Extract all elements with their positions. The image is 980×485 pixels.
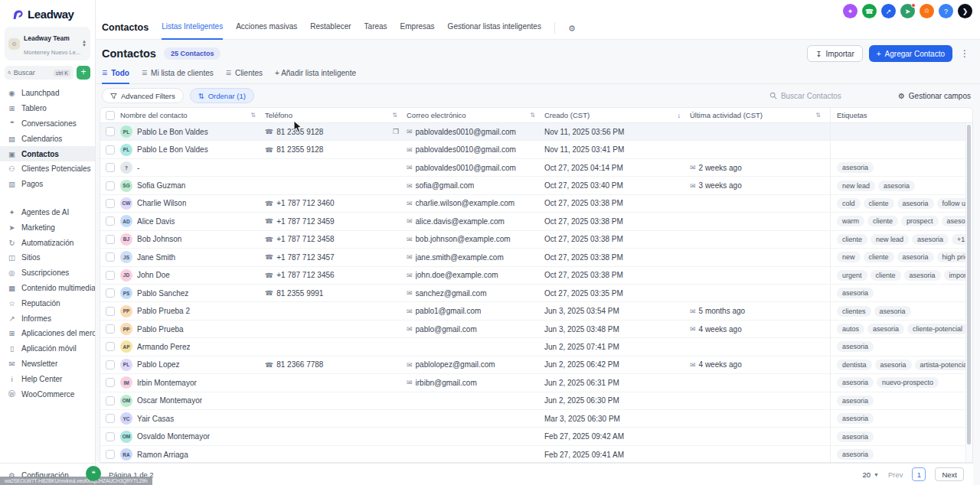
tab-mi-lista-de-clientes[interactable]: ☰Mi lista de clientes xyxy=(142,69,214,84)
tag-pill[interactable]: cliente xyxy=(867,216,898,226)
table-row[interactable]: PPPablo Prueba✉pablo@gmail.comJun 3, 202… xyxy=(100,321,972,338)
contact-name-cell[interactable]: BJBob Johnson xyxy=(120,231,265,248)
tag-pill[interactable]: cliente xyxy=(864,198,894,209)
row-checkbox[interactable] xyxy=(106,360,115,369)
phone-cell[interactable] xyxy=(265,410,407,427)
topbar-tab-empresas[interactable]: Empresas xyxy=(400,22,435,40)
email-cell[interactable]: ✉charlie.wilson@example.com xyxy=(407,195,544,212)
tab--a-adir-lista-inteligente[interactable]: + Añadir lista inteligente xyxy=(275,69,356,84)
table-row[interactable]: SGSofia Guzman✉sofia@gmail.comOct 27, 20… xyxy=(100,177,972,194)
phone-cell[interactable] xyxy=(265,446,407,463)
row-checkbox[interactable] xyxy=(106,163,115,172)
share-icon[interactable]: ➚ xyxy=(881,4,896,18)
table-row[interactable]: PLPablo Lopez☎81 2366 7788✉pablolopez@gm… xyxy=(100,356,972,374)
sort-icon[interactable]: ⇅ xyxy=(250,112,256,119)
table-row[interactable]: ADAlice Davis☎+1 787 712 3459✉alice.davi… xyxy=(100,213,972,230)
sidebar-item-woocommerce[interactable]: ⓌWooCommerce xyxy=(0,386,95,402)
tag-pill[interactable]: nuevo-prospecto xyxy=(877,377,939,388)
import-button[interactable]: ↧Importar xyxy=(807,45,863,62)
contact-name-cell[interactable]: PLPablo Le Bon Valdes xyxy=(120,123,265,140)
tag-pill[interactable]: autos xyxy=(837,324,864,334)
phone-cell[interactable]: ☎81 2355 9991 xyxy=(265,285,407,301)
sort-desc-icon[interactable]: ↓ xyxy=(678,112,681,119)
tag-pill[interactable]: asesoria xyxy=(837,341,874,352)
row-checkbox[interactable] xyxy=(106,271,115,280)
phone-cell[interactable] xyxy=(265,428,407,444)
email-cell[interactable]: ✉bob.johnson@example.com xyxy=(407,231,544,248)
tag-pill[interactable]: warm xyxy=(837,216,864,226)
phone-cell[interactable] xyxy=(265,338,407,355)
email-cell[interactable]: ✉pablo1@gmail.com xyxy=(407,302,544,319)
phone-cell[interactable] xyxy=(265,392,407,409)
phone-cell[interactable]: ☎+1 787 712 3460 xyxy=(265,195,407,212)
table-row[interactable]: CWCharlie Wilson☎+1 787 712 3460✉charlie… xyxy=(100,195,972,213)
sort-icon[interactable]: ⇅ xyxy=(392,112,397,119)
tag-pill[interactable]: clientes xyxy=(837,306,871,317)
row-checkbox[interactable] xyxy=(106,145,115,155)
phone-cell[interactable]: ☎81 2366 7788 xyxy=(265,356,407,373)
phone-cell[interactable] xyxy=(265,374,407,391)
chat-launcher-button[interactable]: ❝ xyxy=(86,466,101,481)
email-cell[interactable]: ✉john.doe@example.com xyxy=(407,267,544,284)
table-row[interactable]: BJBob Johnson☎+1 787 712 3458✉bob.johnso… xyxy=(100,231,972,249)
row-checkbox[interactable] xyxy=(106,199,115,208)
tag-pill[interactable]: asesoria xyxy=(837,288,874,298)
contact-name-cell[interactable]: PLPablo Le Bon Valdes xyxy=(120,141,265,158)
sidebar-item-aplicaciones-del-mercado[interactable]: ⊞Aplicaciones del mercado xyxy=(0,326,95,341)
contact-name-cell[interactable]: OMOscar Montemayor xyxy=(120,392,265,409)
sidebar-item-calendarios[interactable]: ▤Calendarios xyxy=(0,131,95,146)
contacts-search-input[interactable] xyxy=(781,92,873,100)
email-cell[interactable]: ✉alice.davis@example.com xyxy=(407,213,544,229)
table-row[interactable]: IMIrbin Montemayor✉irbibn@gmail.comJun 2… xyxy=(100,374,972,392)
tag-pill[interactable]: asesoria xyxy=(874,306,911,317)
email-cell[interactable]: ✉pablovaldes0010@gmail.com xyxy=(407,123,544,140)
row-checkbox[interactable] xyxy=(106,432,115,441)
sidebar-item-agentes-de-ai[interactable]: ✦Agentes de AI xyxy=(0,205,95,220)
row-checkbox[interactable] xyxy=(106,414,115,423)
tag-pill[interactable]: cold xyxy=(837,198,861,209)
table-row[interactable]: YCYair CasasMar 3, 2025 06:30 PMasesoria xyxy=(100,410,972,428)
tag-pill[interactable]: asesoria xyxy=(837,162,874,173)
contact-name-cell[interactable]: IMIrbin Montemayor xyxy=(120,374,265,391)
contact-name-cell[interactable]: JDJohn Doe xyxy=(120,267,265,284)
contact-name-cell[interactable]: APArmando Perez xyxy=(120,338,265,355)
sidebar-item-aplicaci-n-m-vil[interactable]: ▯Aplicación móvil xyxy=(0,341,95,356)
copy-icon[interactable]: ❐ xyxy=(393,128,399,135)
prev-page-button[interactable]: Prev xyxy=(888,470,903,479)
row-checkbox[interactable] xyxy=(106,396,115,405)
notifications-bell-icon[interactable]: ⍾ xyxy=(920,4,934,18)
table-row[interactable]: OMOscar MontemayorJun 2, 2025 06:30 PMas… xyxy=(100,392,972,410)
email-cell[interactable]: ✉jane.smith@example.com xyxy=(407,249,544,265)
tag-pill[interactable]: new lead xyxy=(871,234,909,245)
table-row[interactable]: ?-✉pablovaldes0010@gmail.comOct 27, 2025… xyxy=(100,159,972,177)
scrollbar-thumb[interactable] xyxy=(967,125,971,444)
sidebar-item-conversaciones[interactable]: ❝Conversaciones xyxy=(0,116,95,132)
row-checkbox[interactable] xyxy=(106,216,115,226)
sidebar-search[interactable]: ctrl K xyxy=(5,66,74,80)
sort-icon[interactable]: ⇅ xyxy=(530,112,535,119)
row-checkbox[interactable] xyxy=(106,181,115,190)
sidebar-item-newsletter[interactable]: ✉Newsletter xyxy=(0,356,95,372)
tag-pill[interactable]: cliente xyxy=(837,234,867,245)
ai-icon[interactable]: ✦ xyxy=(843,4,858,18)
team-selector[interactable]: ☺ Leadway Team Monterrey Nuevo Le... ▲▼ xyxy=(5,27,90,60)
email-cell[interactable] xyxy=(407,428,544,444)
phone-cell[interactable] xyxy=(265,302,407,319)
tag-pill[interactable]: asesoria xyxy=(875,360,912,370)
quick-add-button[interactable]: + xyxy=(77,66,90,80)
page-size-select[interactable]: 20▼ xyxy=(862,470,879,479)
tag-pill[interactable]: asesoria xyxy=(837,377,874,388)
nav-gear-icon[interactable]: ⚙ xyxy=(568,24,576,40)
manage-fields-button[interactable]: ⚙ Gestionar campos xyxy=(898,92,971,100)
tag-pill[interactable]: cliente-potencial xyxy=(907,324,968,334)
topbar-tab-gestionar-listas-inteligentes[interactable]: Gestionar listas inteligentes xyxy=(448,22,541,40)
more-options-button[interactable]: ⋮ xyxy=(959,48,971,59)
sidebar-search-input[interactable] xyxy=(14,69,51,76)
row-checkbox[interactable] xyxy=(106,252,115,262)
table-row[interactable]: JDJohn Doe☎+1 787 712 3456✉john.doe@exam… xyxy=(100,267,972,285)
sidebar-item-pagos[interactable]: ▥Pagos xyxy=(0,177,95,192)
email-cell[interactable]: ✉pablolopez@gmail.com xyxy=(407,356,544,373)
contact-name-cell[interactable]: CWCharlie Wilson xyxy=(120,195,265,212)
select-all-checkbox[interactable] xyxy=(106,111,115,120)
topbar-tab-listas-inteligentes[interactable]: Listas Inteligentes xyxy=(162,22,223,40)
